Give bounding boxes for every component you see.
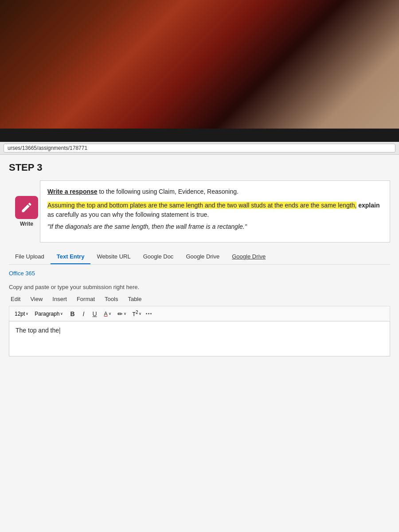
write-icon [15, 196, 38, 219]
assignment-box: Write a response to the following using … [40, 180, 390, 243]
menu-table[interactable]: Table [126, 295, 143, 303]
editor-menubar: Edit View Insert Format Tools Table [9, 295, 390, 303]
assignment-highlighted: Assuming the top and bottom plates are t… [47, 201, 383, 219]
menu-format[interactable]: Format [75, 295, 97, 303]
superscript-arrow: ∨ [139, 312, 141, 316]
tab-google-drive-1[interactable]: Google Drive [180, 250, 226, 264]
font-size-dropdown[interactable]: 12pt ∨ [13, 310, 30, 318]
page-content: STEP 3 Write Write a response to the fol… [0, 155, 399, 532]
color-arrow: ∨ [109, 312, 111, 316]
main-text: as carefully as you can why the followin… [47, 211, 209, 218]
browser-chrome: urses/13665/assignments/178771 [0, 142, 399, 155]
editor-text-area[interactable]: The top and the [9, 321, 390, 356]
tab-google-drive-2[interactable]: Google Drive [226, 250, 272, 264]
highlight-icon: ✏ [117, 310, 123, 317]
prompt-link[interactable]: Write a response [47, 188, 98, 195]
paragraph-dropdown[interactable]: Paragraph ∨ [33, 310, 65, 318]
superscript-dropdown[interactable]: T2 ∨ [131, 309, 144, 318]
menu-edit[interactable]: Edit [9, 295, 22, 303]
step-heading: STEP 3 [9, 162, 390, 173]
editor-toolbar: 12pt ∨ Paragraph ∨ B I U A ∨ ✏ ∨ [9, 306, 390, 321]
font-size-value: 12pt [15, 311, 25, 317]
tab-website-url[interactable]: Website URL [90, 250, 137, 264]
taskbar [0, 129, 399, 142]
editor-section: Copy and paste or type your submission r… [9, 284, 390, 356]
color-dropdown[interactable]: A ∨ [102, 310, 113, 318]
write-label: Write [20, 221, 33, 227]
office365-tab[interactable]: Office 365 [9, 268, 390, 280]
assignment-prompt: Write a response to the following using … [47, 187, 383, 196]
menu-view[interactable]: View [28, 295, 44, 303]
italic-quote: "If the diagonals are the same length, t… [47, 222, 383, 231]
menu-tools[interactable]: Tools [103, 295, 120, 303]
tab-text-entry[interactable]: Text Entry [51, 250, 91, 264]
editor-instructions: Copy and paste or type your submission r… [9, 284, 390, 290]
paragraph-label: Paragraph [35, 311, 59, 317]
underline-button[interactable]: U [90, 309, 99, 318]
superscript-label: T2 [133, 310, 138, 317]
background-photo [0, 0, 399, 129]
tab-google-doc[interactable]: Google Doc [137, 250, 180, 264]
address-bar: urses/13665/assignments/178771 [4, 144, 395, 153]
italic-button[interactable]: I [80, 309, 87, 318]
write-icon-container: Write [15, 196, 38, 227]
editor-content: The top and the [16, 327, 59, 334]
prompt-suffix: to the following using Claim, Evidence, … [98, 188, 239, 195]
highlight-dropdown[interactable]: ✏ ∨ [116, 309, 128, 318]
explain-label: explain [356, 202, 379, 209]
font-size-arrow: ∨ [26, 312, 28, 316]
highlight-arrow: ∨ [124, 312, 126, 316]
tab-file-upload[interactable]: File Upload [9, 250, 51, 264]
tabs-container: File Upload Text Entry Website URL Googl… [9, 250, 390, 265]
editor-cursor [59, 327, 61, 334]
bold-button[interactable]: B [67, 309, 77, 318]
color-label: A [104, 311, 108, 317]
paragraph-arrow: ∨ [60, 312, 63, 316]
highlighted-sentence: Assuming the top and bottom plates are t… [47, 202, 356, 209]
menu-insert[interactable]: Insert [51, 295, 69, 303]
more-options-button[interactable] [146, 313, 152, 314]
